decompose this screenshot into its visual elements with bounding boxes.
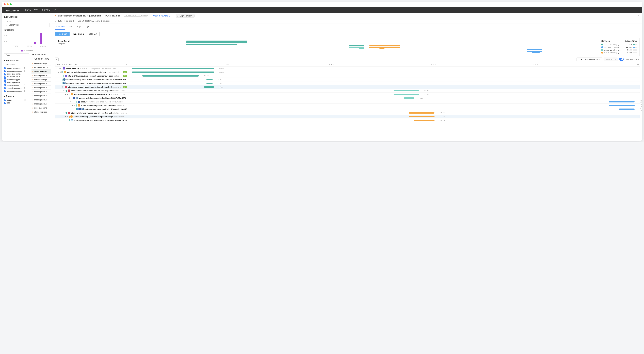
collapse-all-button[interactable]: − (55, 57, 58, 61)
span-row[interactable]: h48kqx343c.execute-api.us-east-1.amazona… (55, 74, 640, 77)
nav-browser[interactable]: BROWSER (42, 9, 51, 11)
span-track[interactable]: 22 ms (127, 81, 640, 85)
caret-icon[interactable]: ▾ (72, 105, 73, 106)
facet-row[interactable]: serverless-pyht... 1 (4, 78, 30, 81)
facet-checkbox[interactable] (4, 84, 6, 86)
span-row[interactable]: ▾ 2 atatus-workshop-yancuiz-dev-unicornD… (55, 111, 640, 115)
breadcrumb-service[interactable]: atatus-workshop-yancuiz-dev-requestunico… (58, 15, 102, 17)
function-row[interactable]: λserverless-cogn (32, 61, 51, 65)
function-row[interactable]: λserverless-cogn (32, 77, 51, 81)
copy-permalink-button[interactable]: Copy Permalink (176, 14, 194, 17)
span-track[interactable]: 139 ms (127, 100, 640, 103)
span-track[interactable]: 130 ms (127, 89, 640, 92)
facet-checkbox[interactable] (4, 67, 6, 69)
span-track[interactable]: 44 ms (127, 85, 640, 89)
viewmode-flame-graph[interactable]: Flame Graph (70, 32, 86, 36)
span-track[interactable]: 21 ms (127, 78, 640, 81)
service-row[interactable]: atatus-workshop-y... 4.49% (602, 51, 637, 54)
facet-checkbox[interactable] (4, 102, 6, 104)
span-track[interactable]: 137 ms (127, 111, 640, 115)
span-row[interactable]: ▾ 5 atatus-workshop-yancuiz-dev-unicornD… (55, 89, 640, 92)
facet-group-service-name[interactable]: ▾ Service Name (4, 58, 30, 63)
close-window-icon[interactable] (4, 3, 6, 5)
span-track[interactable]: 331 ms (127, 74, 640, 77)
facet-group-triggers[interactable]: ▾ Triggers (4, 94, 30, 98)
span-track[interactable]: 139 ms (127, 104, 640, 107)
caret-icon[interactable]: ▾ (65, 93, 66, 95)
facet-row[interactable]: message-servic... 1 (4, 69, 30, 72)
facet-checkbox[interactable] (4, 81, 6, 83)
caret-icon[interactable]: ▾ (60, 86, 61, 88)
nav-apm[interactable]: APM (34, 8, 38, 11)
facet-row[interactable]: sls-movie-api-h... 1 (4, 75, 30, 78)
breadcrumb-operation[interactable]: POST dev /ride (106, 15, 120, 17)
tab-service-map[interactable]: Service map (69, 24, 81, 30)
span-row[interactable]: ▾ 4 atatus-workshop-yancuiz-dev-recordRi… (55, 92, 640, 96)
facet-search[interactable] (4, 53, 29, 57)
viewmode-span-list[interactable]: Span List (86, 32, 100, 36)
service-row[interactable]: atatus-workshop-y... 46% (602, 43, 637, 46)
facet-checkbox[interactable] (4, 99, 6, 101)
facet-row[interactable]: serverless-cogn... 1 (4, 87, 30, 89)
filter-values-input[interactable] (4, 63, 26, 66)
function-row[interactable]: λmessage-servic (32, 73, 51, 77)
span-track[interactable]: 469 ms (127, 70, 640, 74)
maximize-window-icon[interactable] (10, 3, 12, 5)
tab-logs[interactable]: Logs (84, 24, 90, 30)
function-row[interactable]: λnode-aws-lamb (32, 106, 51, 110)
facet-checkbox[interactable] (4, 70, 6, 72)
tab-trace-view[interactable]: Trace view (55, 24, 65, 30)
service-row[interactable]: atatus-workshop-y... 4.56% (602, 49, 637, 51)
function-row[interactable]: λmessage-servic (32, 102, 51, 106)
span-track[interactable]: 469 ms (127, 67, 640, 70)
span-row[interactable]: ▾ 3 atatus-workshop-yancuiz-dev-Rides-1V… (55, 96, 640, 100)
nav-more[interactable]: IN (54, 9, 56, 11)
facet-row[interactable]: sqs 7 (4, 101, 30, 104)
reset-focus-button[interactable]: Reset Focus (604, 57, 618, 61)
span-track[interactable]: 130 ms (127, 92, 640, 96)
span-row[interactable]: atatus-workshop-yancuiz-dev-OccupiedUnic… (55, 81, 640, 85)
facet-checkbox[interactable] (4, 73, 6, 75)
span-row[interactable]: ▾ 9 atatus-workshop-yancuiz-dev-unicornD… (55, 85, 640, 89)
invocations-chart[interactable]: 2 rpm 1 rpm Dec 10 12:00 am D (4, 32, 50, 48)
span-row[interactable]: ▾ 2 50:15.638 atatus-workshop-yancuiz-de… (55, 100, 640, 103)
facet-checkbox[interactable] (4, 90, 6, 92)
search-filter-input[interactable] (4, 23, 50, 27)
facet-checkbox[interactable] (4, 78, 6, 81)
span-row[interactable]: ▾ 14 POST dev /ride atatus-workshop-yanc… (55, 66, 640, 70)
function-row[interactable]: λmessage-servic (32, 85, 51, 89)
focus-selected-button[interactable]: Focus on selected span (576, 57, 602, 61)
close-icon[interactable]: × (638, 14, 640, 17)
span-track[interactable]: 103 ms (127, 118, 640, 122)
span-track[interactable]: 74 ms (127, 107, 640, 111)
facet-row[interactable]: serverless-nod... 1 (4, 84, 30, 87)
function-row[interactable]: λsls-movie-api-Cr (32, 65, 51, 69)
span-row[interactable]: ▾ 1 atatus-workshop-yancuiz-dev-sumRides… (55, 103, 640, 107)
span-row[interactable]: atatus-workshop-yancuiz-dev-OccupiedUnic… (55, 77, 640, 81)
facet-row[interactable]: node-aws-lamb... 1 (4, 72, 30, 75)
facet-checkbox[interactable] (4, 75, 6, 78)
caret-icon[interactable]: ▾ (65, 116, 66, 117)
function-row[interactable]: λatatus-worksho (32, 69, 51, 73)
facet-checkbox[interactable] (4, 87, 6, 89)
caret-icon[interactable]: ▾ (56, 68, 58, 69)
function-row[interactable]: λmessage-servic (32, 89, 51, 93)
facet-row[interactable]: apigw 16 (4, 98, 30, 101)
trace-minimap[interactable] (90, 40, 598, 52)
service-row[interactable]: atatus-workshop-y... 44.95% (602, 46, 637, 49)
caret-icon[interactable]: ▾ (70, 101, 72, 103)
span-row[interactable]: atatus-workshop-yancuiz-dev-ridereceipts… (55, 118, 640, 122)
function-row[interactable]: λatatus-worksho (32, 110, 51, 114)
caret-icon[interactable]: ▾ (63, 90, 64, 91)
span-row[interactable]: ▾ 13 atatus-workshop-yancuiz-dev-request… (55, 70, 640, 74)
caret-icon[interactable]: ▾ (68, 97, 68, 99)
account-switcher[interactable]: Account Fresh Commerce (4, 8, 19, 12)
facet-search-field[interactable] (6, 54, 29, 56)
function-row[interactable]: λmessage-servic (32, 93, 51, 98)
facet-row[interactable]: message-servic... 1 (4, 89, 30, 92)
caret-icon[interactable]: ▾ (63, 112, 64, 114)
open-new-tab-link[interactable]: Open in new tab (153, 15, 170, 17)
span-row[interactable]: atatus-workshop-yancuiz-dev-UnicornStats… (55, 107, 640, 111)
facet-row[interactable]: message-servic... 1 (4, 81, 30, 84)
span-track[interactable]: 137 ms (127, 115, 640, 118)
